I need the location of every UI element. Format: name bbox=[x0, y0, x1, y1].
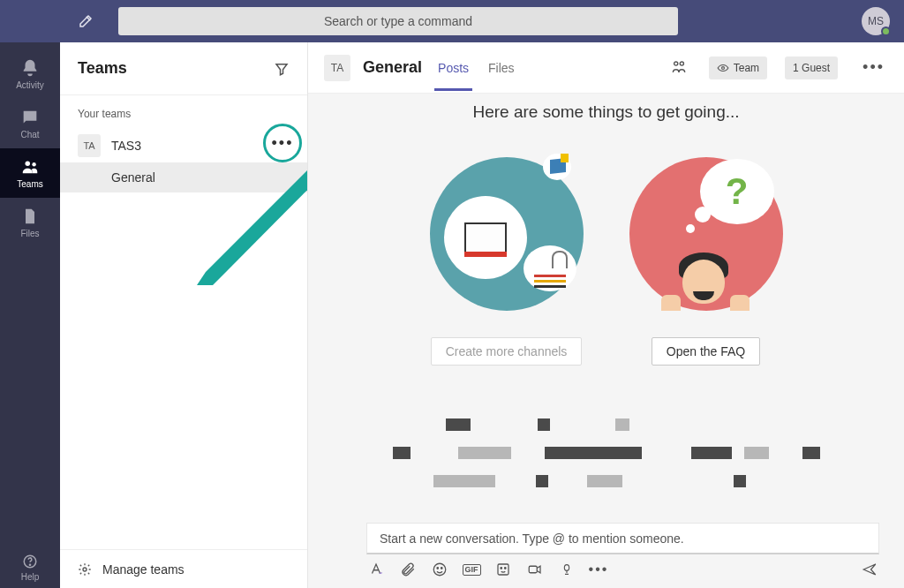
teams-panel: Teams Your teams TA TAS3 ••• General bbox=[60, 42, 308, 588]
svg-point-9 bbox=[721, 66, 724, 69]
svg-point-17 bbox=[564, 565, 569, 571]
svg-point-10 bbox=[433, 563, 446, 576]
filter-icon[interactable] bbox=[274, 61, 290, 77]
svg-point-11 bbox=[437, 568, 439, 569]
channel-more-icon[interactable]: ••• bbox=[859, 58, 888, 77]
channel-name-title: General bbox=[363, 58, 422, 77]
svg-point-12 bbox=[441, 568, 443, 569]
eye-icon bbox=[717, 62, 729, 74]
attach-icon[interactable] bbox=[400, 562, 416, 577]
chat-icon bbox=[20, 108, 40, 127]
search-input[interactable]: Search or type a command bbox=[118, 7, 678, 35]
compose-area: Start a new conversation. Type @ to ment… bbox=[308, 523, 904, 588]
tab-files[interactable]: Files bbox=[485, 45, 518, 91]
rail-teams[interactable]: Teams bbox=[0, 148, 60, 198]
search-placeholder: Search or type a command bbox=[324, 14, 472, 28]
guest-label: 1 Guest bbox=[793, 62, 830, 74]
rail-files[interactable]: Files bbox=[0, 198, 60, 247]
rail-label: Chat bbox=[20, 130, 39, 139]
gear-icon bbox=[78, 562, 92, 577]
channel-team-avatar: TA bbox=[324, 55, 350, 81]
faq-illustration: ? bbox=[629, 157, 783, 311]
org-chart-icon[interactable] bbox=[670, 59, 688, 77]
team-name: TAS3 bbox=[111, 139, 141, 153]
channel-feed: Here are some things to get going... Cre… bbox=[308, 94, 904, 523]
redacted-message bbox=[393, 418, 820, 487]
rail-activity[interactable]: Activity bbox=[0, 49, 60, 99]
guest-pill[interactable]: 1 Guest bbox=[785, 57, 838, 79]
channel-header: TA General Posts Files Team 1 Guest ••• bbox=[308, 42, 904, 94]
files-icon bbox=[21, 207, 39, 226]
question-mark-icon: ? bbox=[726, 170, 749, 213]
emoji-icon[interactable] bbox=[432, 562, 448, 577]
svg-point-14 bbox=[501, 568, 502, 569]
top-bar: Search or type a command MS bbox=[0, 0, 904, 42]
your-teams-label: Your teams bbox=[60, 95, 307, 129]
team-avatar: TA bbox=[78, 134, 101, 157]
svg-point-8 bbox=[680, 61, 683, 64]
avatar-initials: MS bbox=[868, 15, 884, 27]
compose-input[interactable]: Start a new conversation. Type @ to ment… bbox=[366, 523, 879, 554]
teams-panel-header: Teams bbox=[60, 42, 307, 95]
svg-point-1 bbox=[32, 162, 35, 166]
teams-list: Your teams TA TAS3 ••• General bbox=[60, 95, 307, 549]
help-icon bbox=[22, 554, 38, 569]
svg-point-7 bbox=[674, 61, 677, 64]
privacy-label: Team bbox=[734, 62, 759, 74]
svg-point-3 bbox=[29, 564, 30, 565]
rail-chat[interactable]: Chat bbox=[0, 99, 60, 148]
rail-label: Teams bbox=[17, 179, 42, 189]
bell-icon bbox=[20, 58, 40, 78]
stream-icon[interactable] bbox=[559, 562, 575, 577]
get-going-headline: Here are some things to get going... bbox=[472, 102, 739, 122]
team-more-button[interactable]: ••• bbox=[263, 124, 302, 162]
app-rail: Activity Chat Teams Files Help bbox=[0, 42, 60, 588]
presence-available-icon bbox=[881, 26, 891, 36]
card-open-faq: ? Open the FAQ bbox=[629, 157, 783, 366]
compose-icon[interactable] bbox=[78, 13, 94, 29]
svg-point-15 bbox=[505, 568, 507, 569]
teams-icon bbox=[20, 157, 40, 177]
create-channels-button[interactable]: Create more channels bbox=[431, 337, 583, 366]
compose-toolbar: GIF ••• bbox=[366, 554, 879, 577]
open-faq-button[interactable]: Open the FAQ bbox=[652, 337, 761, 366]
channels-illustration bbox=[430, 157, 584, 311]
send-icon[interactable] bbox=[862, 562, 878, 577]
meet-now-icon[interactable] bbox=[527, 562, 543, 577]
avatar[interactable]: MS bbox=[862, 7, 890, 35]
manage-teams-label: Manage teams bbox=[102, 562, 185, 577]
rail-label: Files bbox=[20, 229, 39, 238]
main-panel: TA General Posts Files Team 1 Guest ••• … bbox=[308, 42, 904, 588]
rail-label: Activity bbox=[16, 80, 44, 90]
rail-help[interactable]: Help bbox=[0, 547, 60, 588]
gif-icon[interactable]: GIF bbox=[463, 562, 479, 577]
more-apps-icon[interactable]: ••• bbox=[591, 562, 606, 577]
svg-rect-13 bbox=[498, 564, 508, 575]
tab-posts[interactable]: Posts bbox=[434, 45, 472, 91]
manage-teams-button[interactable]: Manage teams bbox=[60, 549, 307, 588]
svg-point-0 bbox=[26, 162, 31, 167]
onboarding-cards: Create more channels ? Open the FAQ bbox=[430, 157, 783, 366]
rail-label: Help bbox=[21, 572, 40, 582]
privacy-pill[interactable]: Team bbox=[709, 57, 767, 79]
svg-rect-16 bbox=[529, 566, 537, 573]
card-create-channels: Create more channels bbox=[430, 157, 584, 366]
teams-title: Teams bbox=[78, 59, 127, 78]
sticker-icon[interactable] bbox=[495, 562, 511, 577]
format-icon[interactable] bbox=[368, 562, 384, 577]
svg-point-6 bbox=[83, 568, 87, 571]
channel-row-general[interactable]: General bbox=[60, 162, 307, 192]
compose-placeholder: Start a new conversation. Type @ to ment… bbox=[380, 531, 684, 546]
channel-name: General bbox=[111, 170, 155, 185]
